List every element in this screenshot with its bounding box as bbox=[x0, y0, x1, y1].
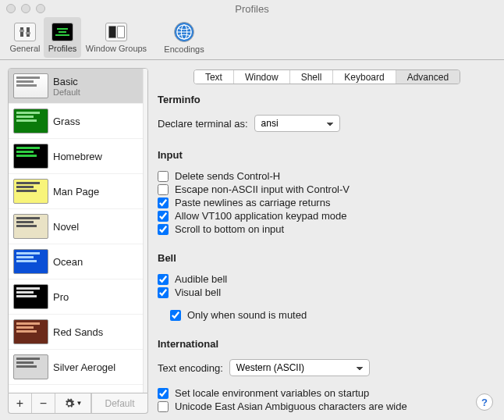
input-option-label-2: Paste newlines as carriage returns bbox=[175, 197, 330, 208]
tab-shell[interactable]: Shell bbox=[290, 70, 334, 84]
gear-icon bbox=[64, 398, 75, 409]
tab-keyboard[interactable]: Keyboard bbox=[333, 70, 396, 84]
tab-advanced[interactable]: Advanced bbox=[396, 70, 460, 84]
remove-profile-button[interactable]: − bbox=[32, 393, 55, 413]
input-option-checkbox-0[interactable] bbox=[158, 171, 169, 182]
profiles-list[interactable]: BasicDefaultGrassHomebrewMan PageNovelOc… bbox=[9, 69, 143, 393]
profile-item[interactable]: Silver Aerogel bbox=[9, 350, 143, 385]
window-groups-icon bbox=[105, 23, 127, 41]
profile-item[interactable]: Red Sands bbox=[9, 315, 143, 350]
input-option-label-4: Scroll to bottom on input bbox=[175, 223, 284, 235]
profile-item[interactable]: Novel bbox=[9, 209, 143, 244]
profile-name: Homebrew bbox=[53, 151, 102, 162]
profile-item[interactable]: Grass bbox=[9, 104, 143, 139]
chevron-down-icon: ▼ bbox=[76, 400, 83, 407]
text-encoding-select[interactable]: Western (ASCII) bbox=[229, 359, 370, 376]
input-option-checkbox-4[interactable] bbox=[158, 224, 169, 235]
toolbar-encodings[interactable]: Encodings bbox=[165, 17, 203, 58]
profile-thumbnail bbox=[13, 249, 48, 274]
text-encoding-label: Text encoding: bbox=[158, 362, 223, 374]
profile-thumbnail bbox=[13, 109, 48, 133]
globe-icon bbox=[174, 22, 194, 42]
profile-thumbnail bbox=[13, 144, 48, 169]
profile-thumbnail bbox=[13, 73, 48, 98]
profile-thumbnail bbox=[13, 319, 48, 344]
profile-name: Red Sands bbox=[53, 326, 103, 338]
toolbar-general-label: General bbox=[9, 44, 40, 53]
declare-terminal-select[interactable]: ansi bbox=[254, 115, 340, 132]
profile-name: Ocean bbox=[53, 256, 83, 268]
toolbar-window-groups-label: Window Groups bbox=[86, 44, 147, 53]
profiles-sidebar: BasicDefaultGrassHomebrewMan PageNovelOc… bbox=[8, 68, 148, 414]
main-content: BasicDefaultGrassHomebrewMan PageNovelOc… bbox=[0, 60, 504, 420]
toolbar-profiles-label: Profiles bbox=[48, 44, 77, 53]
toolbar-profiles[interactable]: Profiles bbox=[44, 17, 81, 58]
profile-item[interactable]: Man Page bbox=[9, 174, 143, 209]
profile-name: Grass bbox=[53, 116, 80, 127]
settings-tabs: TextWindowShellKeyboardAdvanced bbox=[193, 69, 460, 84]
profile-item[interactable]: Homebrew bbox=[9, 139, 143, 174]
tab-window[interactable]: Window bbox=[234, 70, 290, 84]
toolbar-general[interactable]: General bbox=[6, 17, 44, 58]
profile-item[interactable]: BasicDefault bbox=[9, 69, 143, 104]
intl-option-checkbox-0[interactable] bbox=[158, 388, 169, 399]
section-international-title: International bbox=[158, 338, 496, 350]
bell-option-label-1: Visual bell bbox=[175, 287, 221, 298]
input-option-checkbox-2[interactable] bbox=[158, 198, 169, 208]
input-option-label-3: Allow VT100 application keypad mode bbox=[175, 210, 346, 222]
terminal-icon bbox=[51, 23, 73, 41]
profile-name: Basic bbox=[53, 76, 80, 87]
input-option-checkbox-1[interactable] bbox=[158, 184, 169, 195]
set-default-button[interactable]: Default bbox=[91, 393, 147, 413]
bell-option-checkbox-1[interactable] bbox=[158, 287, 169, 298]
scrollbar[interactable] bbox=[143, 69, 147, 393]
profile-thumbnail bbox=[13, 284, 48, 309]
intl-option-label-1: Unicode East Asian Ambiguous characters … bbox=[175, 400, 407, 412]
prefs-toolbar: General Profiles Window Groups Encodings bbox=[0, 17, 504, 60]
profile-settings-pane: TextWindowShellKeyboardAdvanced Terminfo… bbox=[158, 68, 496, 414]
input-option-label-1: Escape non-ASCII input with Control-V bbox=[175, 183, 350, 195]
profile-thumbnail bbox=[13, 179, 48, 204]
toolbar-encodings-label: Encodings bbox=[164, 44, 204, 54]
section-input-title: Input bbox=[158, 149, 496, 161]
svg-rect-2 bbox=[20, 30, 24, 32]
window-title: Profiles bbox=[0, 3, 504, 15]
profile-name: Man Page bbox=[53, 186, 99, 198]
intl-option-label-0: Set locale environment variables on star… bbox=[175, 387, 369, 399]
profile-actions-menu[interactable]: ▼ bbox=[55, 393, 91, 413]
help-button[interactable]: ? bbox=[476, 393, 493, 411]
section-bell-title: Bell bbox=[158, 252, 496, 264]
profile-item[interactable]: Ocean bbox=[9, 244, 143, 279]
toolbar-window-groups[interactable]: Window Groups bbox=[81, 17, 151, 58]
svg-rect-3 bbox=[26, 32, 30, 34]
bell-only-muted-label: Only when sound is muted bbox=[187, 309, 307, 321]
input-option-checkbox-3[interactable] bbox=[158, 211, 169, 222]
profile-item[interactable]: Pro bbox=[9, 279, 143, 315]
profile-subtitle: Default bbox=[53, 87, 80, 97]
intl-option-checkbox-1[interactable] bbox=[158, 401, 169, 412]
profile-name: Pro bbox=[53, 291, 69, 303]
profile-name: Silver Aerogel bbox=[53, 361, 115, 373]
profile-thumbnail bbox=[13, 214, 48, 239]
titlebar: Profiles bbox=[0, 0, 504, 17]
switches-icon bbox=[14, 23, 36, 41]
section-terminfo-title: Terminfo bbox=[158, 94, 496, 105]
profile-thumbnail bbox=[13, 354, 48, 379]
bell-option-checkbox-0[interactable] bbox=[158, 274, 169, 285]
add-profile-button[interactable]: + bbox=[9, 393, 32, 413]
bell-option-label-0: Audible bell bbox=[175, 273, 227, 285]
input-option-label-0: Delete sends Control-H bbox=[175, 170, 280, 182]
tab-text[interactable]: Text bbox=[194, 70, 234, 84]
declare-terminal-label: Declare terminal as: bbox=[158, 118, 248, 130]
bell-only-muted-checkbox[interactable] bbox=[170, 310, 181, 321]
sidebar-footer: + − ▼ Default bbox=[8, 393, 148, 414]
profile-name: Novel bbox=[53, 221, 79, 233]
